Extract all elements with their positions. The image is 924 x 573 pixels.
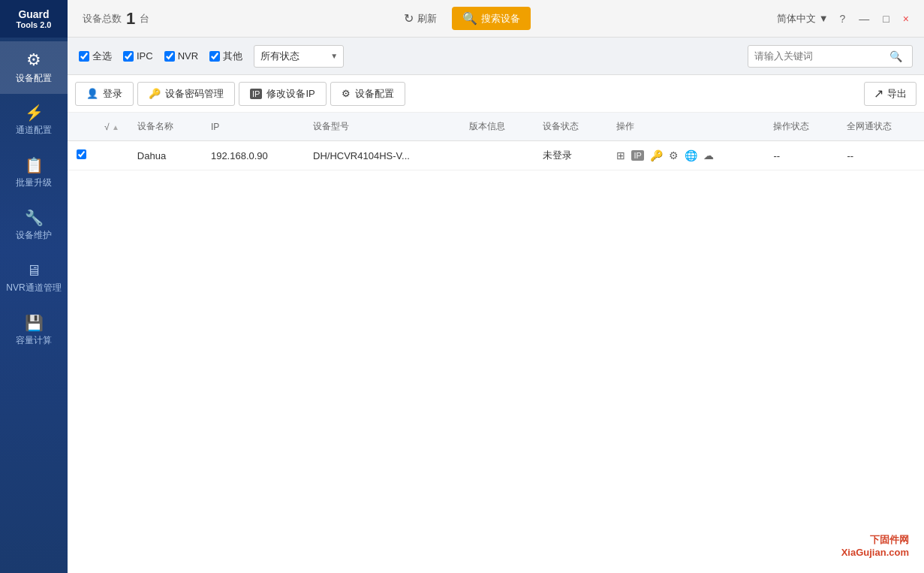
- sidebar-label-device-config: 设备配置: [16, 73, 52, 85]
- filter-bar: 全选 IPC NVR 其他 所有状态 已登录 未登录: [68, 38, 924, 75]
- login-button[interactable]: 👤 登录: [75, 82, 134, 106]
- table-row: Dahua 192.168.0.90 DH/HCVR4104HS-V... 未登…: [68, 141, 924, 170]
- device-maintain-icon: 🔧: [25, 209, 44, 227]
- device-count-label: 设备总数: [83, 12, 122, 26]
- refresh-button[interactable]: ↻ 刷新: [395, 7, 446, 30]
- device-count-num: 1: [126, 9, 135, 29]
- status-select[interactable]: 所有状态 已登录 未登录: [254, 45, 344, 68]
- content-area: 全选 IPC NVR 其他 所有状态 已登录 未登录: [68, 38, 924, 573]
- select-all-input[interactable]: [79, 51, 89, 62]
- search-device-label: 搜索设备: [481, 12, 520, 26]
- device-count-section: 设备总数 1 台: [83, 9, 149, 29]
- col-operation-label: 操作: [616, 121, 634, 131]
- search-device-button[interactable]: 🔍 搜索设备: [452, 7, 531, 30]
- modify-ip-button[interactable]: IP 修改设备IP: [239, 82, 327, 106]
- sidebar-label-batch-upgrade: 批量升级: [16, 177, 52, 189]
- search-wrapper: 🔍: [748, 45, 913, 68]
- col-name[interactable]: 设备名称: [128, 113, 202, 141]
- select-all-label: 全选: [92, 50, 112, 63]
- refresh-label: 刷新: [417, 12, 437, 26]
- topbar-right: 简体中文 ▼ ? — □ ×: [777, 11, 913, 26]
- config-icon: ⚙: [342, 88, 351, 99]
- col-version[interactable]: 版本信息: [460, 113, 534, 141]
- sidebar-item-batch-upgrade[interactable]: 📋 批量升级: [0, 146, 68, 199]
- ipc-input[interactable]: [123, 51, 134, 62]
- col-network-status[interactable]: 全网通状态: [838, 113, 924, 141]
- sort-icon: ▲: [112, 123, 119, 131]
- op-icons: ⊞ IP 🔑 ⚙ 🌐 ☁: [616, 149, 755, 161]
- app-logo: Guard Tools 2.0: [0, 0, 68, 38]
- close-button[interactable]: ×: [899, 11, 913, 26]
- col-network-status-label: 全网通状态: [847, 121, 892, 131]
- password-mgr-label: 设备密码管理: [165, 87, 224, 101]
- col-num[interactable]: √ ▲: [95, 113, 128, 141]
- col-model[interactable]: 设备型号: [304, 113, 460, 141]
- search-icon: 🔍: [889, 50, 902, 62]
- row-version-cell: [460, 141, 534, 170]
- action-bar: 👤 登录 🔑 设备密码管理 IP 修改设备IP ⚙ 设备配置 ↗ 导出: [68, 75, 924, 113]
- col-op-status[interactable]: 操作状态: [764, 113, 838, 141]
- sidebar-item-device-maintain[interactable]: 🔧 设备维护: [0, 199, 68, 252]
- login-icon: 👤: [86, 88, 98, 99]
- sidebar: ⚙ 设备配置 ⚡ 通道配置 📋 批量升级 🔧 设备维护 🖥 NVR通道管理 💾 …: [0, 38, 68, 573]
- password-icon: 🔑: [149, 88, 161, 99]
- sidebar-label-capacity-calc: 容量计算: [16, 335, 52, 347]
- col-status-label: 设备状态: [543, 121, 579, 131]
- device-table-wrapper: √ ▲ 设备名称 IP 设备型号 版本信息: [68, 113, 924, 573]
- nvr-input[interactable]: [164, 51, 175, 62]
- other-checkbox[interactable]: 其他: [209, 50, 242, 63]
- select-all-checkbox[interactable]: 全选: [79, 50, 112, 63]
- password-mgr-button[interactable]: 🔑 设备密码管理: [137, 82, 235, 106]
- device-count-unit: 台: [140, 12, 149, 26]
- col-num-label: √: [104, 122, 110, 132]
- device-config-label: 设备配置: [355, 87, 394, 101]
- batch-upgrade-icon: 📋: [25, 156, 44, 174]
- col-model-label: 设备型号: [313, 121, 349, 131]
- sidebar-item-nvr-manage[interactable]: 🖥 NVR通道管理: [0, 252, 68, 304]
- col-ip-label: IP: [211, 122, 219, 132]
- other-input[interactable]: [209, 51, 220, 62]
- language-selector[interactable]: 简体中文 ▼: [777, 12, 829, 26]
- col-operation[interactable]: 操作: [607, 113, 764, 141]
- row-network-status-cell: --: [838, 141, 924, 170]
- lang-dropdown-icon: ▼: [819, 13, 829, 24]
- sidebar-label-device-maintain: 设备维护: [16, 230, 52, 242]
- topbar: Guard Tools 2.0 设备总数 1 台 ↻ 刷新 🔍 搜索设备 简体中…: [0, 0, 924, 38]
- nvr-manage-icon: 🖥: [26, 262, 41, 279]
- logo-text-bottom: Tools 2.0: [17, 20, 52, 29]
- other-label: 其他: [223, 50, 242, 63]
- table-header-row: √ ▲ 设备名称 IP 设备型号 版本信息: [68, 113, 924, 141]
- device-table: √ ▲ 设备名称 IP 设备型号 版本信息: [68, 113, 924, 170]
- language-label: 简体中文: [777, 12, 816, 26]
- sidebar-item-capacity-calc[interactable]: 💾 容量计算: [0, 304, 68, 357]
- op-ip-icon[interactable]: IP: [631, 150, 643, 161]
- op-copy-icon[interactable]: ⊞: [616, 149, 625, 161]
- device-config-button[interactable]: ⚙ 设备配置: [330, 82, 405, 106]
- login-label: 登录: [103, 87, 122, 101]
- row-operation-cell: ⊞ IP 🔑 ⚙ 🌐 ☁: [607, 141, 764, 170]
- sidebar-item-device-config[interactable]: ⚙ 设备配置: [0, 41, 68, 94]
- row-checkbox[interactable]: [77, 149, 86, 159]
- col-name-label: 设备名称: [137, 121, 173, 131]
- search-input[interactable]: [754, 50, 889, 62]
- minimize-button[interactable]: —: [855, 11, 873, 26]
- sidebar-item-channel-config[interactable]: ⚡ 通道配置: [0, 94, 68, 146]
- row-checkbox-cell[interactable]: [68, 141, 95, 170]
- op-cloud-icon[interactable]: ☁: [703, 149, 714, 161]
- ipc-checkbox[interactable]: IPC: [123, 50, 153, 62]
- channel-config-icon: ⚡: [25, 104, 44, 122]
- help-button[interactable]: ?: [836, 11, 850, 26]
- op-web-icon[interactable]: 🌐: [685, 149, 697, 161]
- op-key-icon[interactable]: 🔑: [650, 149, 663, 161]
- op-gear-icon[interactable]: ⚙: [669, 149, 679, 161]
- window-controls: ? — □ ×: [836, 11, 913, 26]
- col-ip[interactable]: IP: [202, 113, 304, 141]
- col-check: [68, 113, 95, 141]
- col-version-label: 版本信息: [469, 121, 505, 131]
- nvr-label: NVR: [178, 50, 198, 62]
- col-status[interactable]: 设备状态: [534, 113, 607, 141]
- row-num-cell: [95, 141, 128, 170]
- nvr-checkbox[interactable]: NVR: [164, 50, 198, 62]
- maximize-button[interactable]: □: [879, 11, 892, 26]
- export-button[interactable]: ↗ 导出: [864, 82, 916, 106]
